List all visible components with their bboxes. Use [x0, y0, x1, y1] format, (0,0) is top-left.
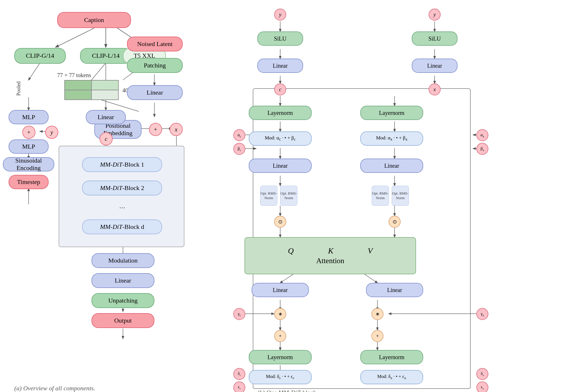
pooled-label: Pooled — [16, 81, 22, 96]
svg-line-6 — [102, 100, 139, 111]
mod-tl: Mod: αc · • + βc — [249, 131, 312, 146]
linear-mr: Linear — [360, 159, 423, 173]
sinusoidal-node: Sinusoidal Encoding — [3, 157, 54, 171]
noised-latent-node: Noised Latent — [127, 37, 183, 51]
svg-line-0 — [56, 28, 94, 47]
opt-l2: Opt. RMS- Norm — [280, 186, 297, 206]
linear-bot-node: Linear — [91, 273, 154, 288]
c-node-r: c — [274, 83, 286, 95]
beta-c-node: βc — [233, 143, 245, 155]
star-l: ∗ — [274, 308, 286, 320]
y-plus-circle: + — [22, 126, 35, 139]
epsilon-x: εx — [476, 381, 488, 392]
svg-line-4 — [91, 63, 106, 80]
unpatching-node: Unpatching — [91, 293, 154, 308]
layernorm-br: Layernorm — [360, 350, 423, 364]
caption-node: Caption — [57, 12, 131, 28]
timestep-node: Timestep — [9, 175, 49, 189]
block2-node: MM-DiT-Block 2 — [82, 181, 162, 195]
caption-a: (a) Overview of all components. — [14, 385, 95, 392]
mm-dit-container: MM-DiT-Block 1 MM-DiT-Block 2 ... MM-DiT… — [59, 146, 184, 247]
tokens-label: 77 + 77 tokens — [57, 72, 91, 79]
attention-label: Attention — [316, 257, 344, 265]
blockd-node: MM-DiT-Block d — [82, 219, 162, 234]
y-node: y — [45, 126, 58, 139]
v-label: V — [368, 246, 373, 255]
plus-r1: + — [371, 330, 383, 342]
block1-node: MM-DiT-Block 1 — [82, 157, 162, 172]
svg-line-3 — [29, 63, 40, 80]
linear-tr: Linear — [412, 59, 457, 73]
clip-g-node: CLIP-G/14 — [14, 48, 66, 64]
layernorm-bl: Layernorm — [249, 350, 312, 364]
silu-left: SiLU — [257, 31, 303, 46]
x-node-r: x — [429, 83, 441, 95]
mlp2-node: MLP — [9, 139, 49, 154]
k-label: K — [328, 246, 333, 255]
y-right-node: y — [429, 9, 441, 21]
y-left-node: y — [274, 9, 286, 21]
mod-br: Mod: δx · • + εx — [360, 370, 423, 384]
c-node: c — [100, 132, 113, 145]
delta-c: δc — [233, 368, 245, 380]
plus-l1: + — [274, 330, 286, 342]
patching-node: Patching — [127, 58, 183, 73]
q-label: Q — [288, 246, 294, 255]
alpha-x-node: αx — [476, 129, 488, 141]
modulation-node: Modulation — [91, 253, 154, 268]
dots-label: ... — [119, 201, 125, 210]
linear-tl: Linear — [257, 59, 303, 73]
silu-right: SiLU — [412, 31, 457, 46]
mod-tr: Mod: αx · • + βx — [360, 131, 423, 146]
opt-l1: Opt. RMS- Norm — [260, 186, 277, 206]
mod-bl: Mod: δc · • + εc — [249, 370, 312, 384]
opt-r1: Opt. RMS- Norm — [372, 186, 389, 206]
linear-mid-node: Linear — [86, 110, 126, 124]
linear-top-node: Linear — [127, 85, 183, 100]
linear-bl: Linear — [252, 283, 309, 297]
gamma-x: γx — [476, 308, 488, 320]
gamma-c: γc — [233, 308, 245, 320]
opt-r2: Opt. RMS- Norm — [392, 186, 409, 206]
layernorm-tr: Layernorm — [360, 106, 423, 120]
linear-br: Linear — [366, 283, 423, 297]
dot-circle-r: ⊙ — [389, 216, 401, 228]
x-node: x — [170, 123, 183, 136]
dot-circle-l: ⊙ — [274, 216, 286, 228]
pos-plus-circle: + — [149, 123, 162, 136]
linear-ml: Linear — [249, 159, 312, 173]
layernorm-tl: Layernorm — [249, 106, 312, 120]
mlp1-node: MLP — [9, 110, 49, 124]
beta-x-node: βx — [476, 143, 488, 155]
alpha-c-node: αc — [233, 129, 245, 141]
caption-b: (b) One MM-DiT block — [257, 389, 316, 392]
output-node: Output — [91, 313, 154, 328]
epsilon-c: εc — [233, 381, 245, 392]
delta-x: δx — [476, 368, 488, 380]
star-r: ∗ — [371, 308, 383, 320]
